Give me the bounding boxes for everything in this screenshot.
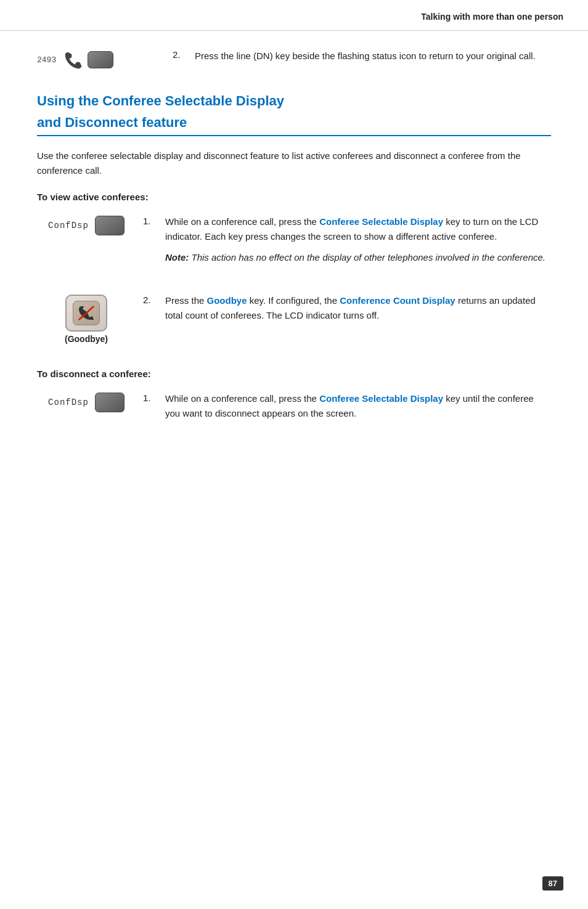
- view-step1-number: 1.: [143, 214, 158, 226]
- main-content: 2493 2. Press the line (DN) key beside t…: [0, 31, 588, 486]
- handset-icon: [62, 49, 83, 70]
- view-step1-content-wrapper: 1. While on a conference call, press the…: [143, 214, 551, 271]
- rect-btn-step1: [95, 216, 125, 235]
- goodbye-label: (Goodbye): [65, 334, 108, 344]
- view-step2-content: Press the Goodbye key. If configured, th…: [165, 293, 551, 329]
- page-number: 87: [542, 876, 563, 891]
- phone-number-label: 2493: [37, 55, 56, 65]
- disconnect-step1-content: While on a conference call, press the Co…: [165, 391, 551, 427]
- top-step2-block: 2493 2. Press the line (DN) key beside t…: [37, 49, 551, 70]
- view-step1-content: While on a conference call, press the Co…: [165, 214, 551, 271]
- confdsp-label-1: ConfDsp: [48, 221, 89, 230]
- disconnect-step1-icons: ConfDsp: [37, 391, 136, 412]
- view-step2-text1: Press the: [165, 295, 207, 306]
- goodbye-button-inner: [73, 301, 100, 325]
- view-step1-icons: ConfDsp: [37, 214, 136, 235]
- view-step2-para: Press the Goodbye key. If configured, th…: [165, 293, 551, 323]
- section-divider: [37, 135, 551, 136]
- section-intro: Use the conferee selectable display and …: [37, 149, 551, 178]
- view-step1-highlight1: Conferee Selectable Display: [319, 216, 443, 227]
- view-step1-text1: While on a conference call, press the: [165, 216, 319, 227]
- disconnect-conferee-label: To disconnect a conferee:: [37, 369, 551, 379]
- confdsp-label-2: ConfDsp: [48, 397, 89, 407]
- note-text: This action has no effect on the display…: [189, 252, 545, 263]
- view-step1-para1: While on a conference call, press the Co…: [165, 214, 551, 244]
- rect-btn-disconnect: [95, 393, 125, 412]
- view-step2-number: 2.: [143, 293, 158, 305]
- view-step1-note: Note: This action has no effect on the d…: [165, 250, 551, 265]
- note-label: Note:: [165, 252, 189, 263]
- page-container: Talking with more than one person 2493: [0, 0, 588, 909]
- disconnect-step1-para: While on a conference call, press the Co…: [165, 391, 551, 421]
- view-step2-icons: (Goodbye): [37, 293, 136, 344]
- view-step1-block: ConfDsp 1. While on a conference call, p…: [37, 214, 551, 271]
- goodbye-container: (Goodbye): [65, 295, 108, 344]
- disconnect-step1-number: 1.: [143, 391, 158, 403]
- top-step2-icons: 2493: [37, 49, 160, 70]
- view-step2-highlight1: Goodbye: [207, 295, 247, 306]
- view-step1-icons-row: ConfDsp: [48, 216, 125, 235]
- view-step2-text2: key. If configured, the: [247, 295, 340, 306]
- goodbye-phone-icon: [78, 306, 95, 320]
- header-bar: Talking with more than one person: [0, 0, 588, 31]
- view-step2-block: (Goodbye) 2. Press the Goodbye key. If c…: [37, 293, 551, 344]
- step2-text: Press the line (DN) key beside the flash…: [195, 49, 551, 63]
- disconnect-step1-highlight1: Conferee Selectable Display: [319, 393, 443, 404]
- disconnect-step1-icons-row: ConfDsp: [48, 393, 125, 412]
- header-title: Talking with more than one person: [421, 12, 563, 22]
- step2-number: 2.: [173, 49, 185, 60]
- goodbye-button-icon: [65, 295, 107, 332]
- section-title-line2: and Disconnect feature: [37, 114, 551, 132]
- rect-button-icon: [88, 51, 113, 68]
- section-title-block: Using the Conferee Selectable Display an…: [37, 92, 551, 131]
- disconnect-step1-block: ConfDsp 1. While on a conference call, p…: [37, 391, 551, 427]
- disconnect-step1-text1: While on a conference call, press the: [165, 393, 319, 404]
- section-title-line1: Using the Conferee Selectable Display: [37, 92, 551, 110]
- disconnect-step1-content-wrapper: 1. While on a conference call, press the…: [143, 391, 551, 427]
- view-conferees-label: To view active conferees:: [37, 192, 551, 202]
- top-step2-content: 2. Press the line (DN) key beside the fl…: [173, 49, 551, 63]
- view-step2-content-wrapper: 2. Press the Goodbye key. If configured,…: [143, 293, 551, 329]
- view-step2-highlight2: Conference Count Display: [340, 295, 455, 306]
